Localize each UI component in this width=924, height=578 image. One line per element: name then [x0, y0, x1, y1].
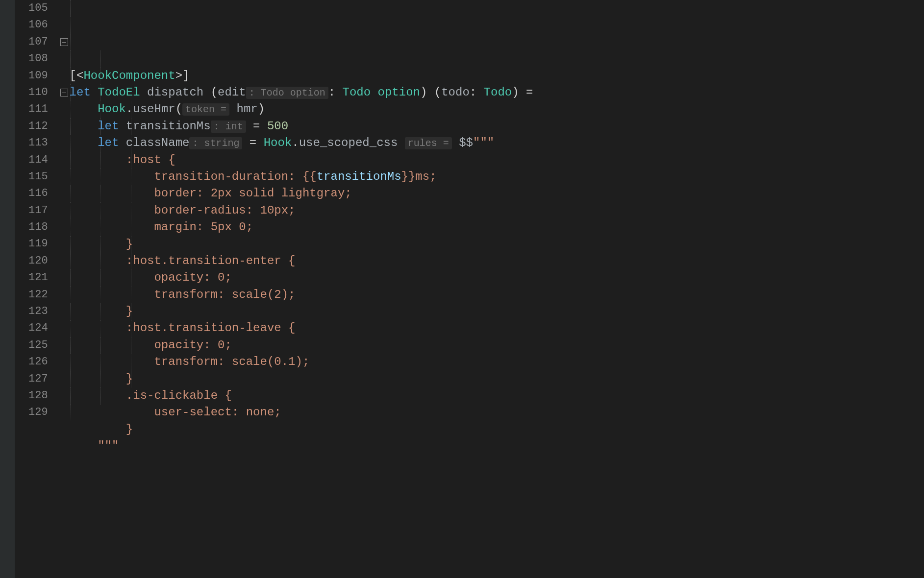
code-token: } — [70, 238, 133, 251]
code-line[interactable]: opacity: 0; — [70, 337, 924, 354]
code-token: transitionMs — [126, 120, 211, 133]
code-line[interactable] — [70, 455, 924, 472]
line-number: 107 — [28, 34, 48, 50]
code-line[interactable]: } — [70, 303, 924, 320]
code-token: transition-duration: — [70, 170, 302, 183]
code-token: [< — [70, 69, 84, 82]
code-token: . — [292, 136, 299, 149]
code-token: ) ( — [420, 86, 441, 99]
code-token: :host.transition-enter { — [70, 254, 296, 267]
code-line[interactable]: :host.transition-leave { — [70, 320, 924, 337]
code-token: margin: 5px 0; — [70, 220, 253, 234]
code-token: Hook — [98, 102, 126, 116]
line-number: 127 — [28, 371, 48, 387]
line-number: 122 — [28, 287, 48, 303]
inlay-hint: : Todo option — [246, 87, 328, 99]
line-number-gutter: 1051061071081091101111121131141151161171… — [15, 0, 59, 578]
fold-gutter — [59, 0, 70, 578]
code-token: ( — [211, 86, 218, 99]
fold-toggle-icon[interactable] — [60, 89, 68, 96]
line-number: 105 — [28, 0, 48, 17]
code-line[interactable]: } — [70, 236, 924, 253]
code-line[interactable]: :host.transition-enter { — [70, 253, 924, 269]
code-token: transform: scale(2); — [70, 288, 296, 301]
code-line[interactable]: transition-duration: {{transitionMs}}ms; — [70, 169, 924, 185]
code-token: let — [98, 120, 126, 133]
inlay-hint: token = — [182, 103, 229, 116]
code-token: : — [470, 86, 484, 99]
code-token: let — [98, 136, 126, 149]
line-number: 117 — [28, 202, 48, 219]
line-number: 129 — [28, 404, 48, 421]
code-token: opacity: 0; — [70, 271, 232, 284]
line-number: 115 — [28, 169, 48, 185]
code-token: """ — [473, 136, 494, 149]
code-token: transform: scale(0.1); — [70, 355, 310, 368]
line-number: 116 — [28, 185, 48, 202]
line-number: 120 — [28, 253, 48, 269]
code-token: :host { — [70, 153, 175, 167]
code-line[interactable]: [<HookComponent>] — [70, 68, 924, 84]
line-number: 109 — [28, 68, 48, 84]
code-line[interactable]: } — [70, 421, 924, 438]
code-token: } — [70, 305, 133, 318]
code-token: :host.transition-leave { — [70, 321, 296, 335]
code-token: TodoEl — [98, 86, 147, 99]
code-line[interactable]: .is-clickable { — [70, 387, 924, 404]
code-line[interactable]: opacity: 0; — [70, 269, 924, 286]
inlay-hint: : string — [189, 137, 242, 149]
code-line[interactable]: Hook.useHmr(token = hmr) — [70, 101, 924, 118]
code-line[interactable]: let className: string = Hook.use_scoped_… — [70, 135, 924, 151]
line-number: 126 — [28, 354, 48, 370]
code-line[interactable]: margin: 5px 0; — [70, 219, 924, 236]
line-number: 125 — [28, 337, 48, 354]
code-line[interactable]: transform: scale(0.1); — [70, 354, 924, 370]
code-token: } — [70, 372, 133, 385]
code-token: Hook — [264, 136, 292, 149]
code-token: ( — [175, 102, 182, 116]
code-line[interactable]: transform: scale(2); — [70, 287, 924, 303]
code-token — [70, 120, 98, 133]
code-token: className — [126, 136, 190, 149]
code-token: ) = — [512, 86, 533, 99]
line-number: 112 — [28, 118, 48, 135]
code-editor[interactable]: 1051061071081091101111121131141151161171… — [0, 0, 924, 578]
code-token: opacity: 0; — [70, 338, 232, 352]
code-token: """ — [98, 439, 119, 453]
code-token: }} — [401, 170, 416, 183]
code-token: hmr — [229, 102, 258, 116]
line-number: 121 — [28, 269, 48, 286]
editor-left-stripe — [0, 0, 15, 578]
line-number: 119 — [28, 236, 48, 252]
line-number: 106 — [28, 17, 48, 33]
code-token: border: 2px solid lightgray; — [70, 187, 352, 200]
code-token: = — [242, 136, 263, 149]
code-token: HookComponent — [83, 69, 175, 82]
code-token: >] — [175, 69, 190, 82]
code-line[interactable]: :host { — [70, 152, 924, 169]
code-line[interactable]: user-select: none; — [70, 404, 924, 421]
fold-toggle-icon[interactable] — [60, 38, 68, 46]
code-token: Todo — [484, 86, 512, 99]
code-token: ms; — [415, 170, 436, 183]
line-number: 124 — [28, 320, 48, 337]
code-line[interactable]: let transitionMs: int = 500 — [70, 118, 924, 135]
code-line[interactable]: """ — [70, 438, 924, 455]
code-line[interactable] — [70, 50, 924, 67]
code-token — [70, 102, 98, 116]
code-line[interactable]: } — [70, 371, 924, 387]
code-area[interactable]: [<HookComponent>]let TodoEl dispatch (ed… — [70, 0, 924, 578]
code-token: Todo option — [343, 86, 420, 99]
code-token — [70, 439, 98, 453]
code-line[interactable]: border: 2px solid lightgray; — [70, 185, 924, 202]
code-line[interactable]: border-radius: 10px; — [70, 202, 924, 219]
line-number: 113 — [28, 135, 48, 151]
inlay-hint: : int — [211, 120, 246, 133]
code-token: border-radius: 10px; — [70, 204, 296, 217]
line-number: 123 — [28, 303, 48, 320]
code-token: .is-clickable { — [70, 389, 232, 402]
line-number: 114 — [28, 152, 48, 169]
code-token: } — [70, 423, 133, 436]
line-number: 110 — [28, 84, 48, 101]
code-line[interactable]: let TodoEl dispatch (edit: Todo option: … — [70, 84, 924, 101]
